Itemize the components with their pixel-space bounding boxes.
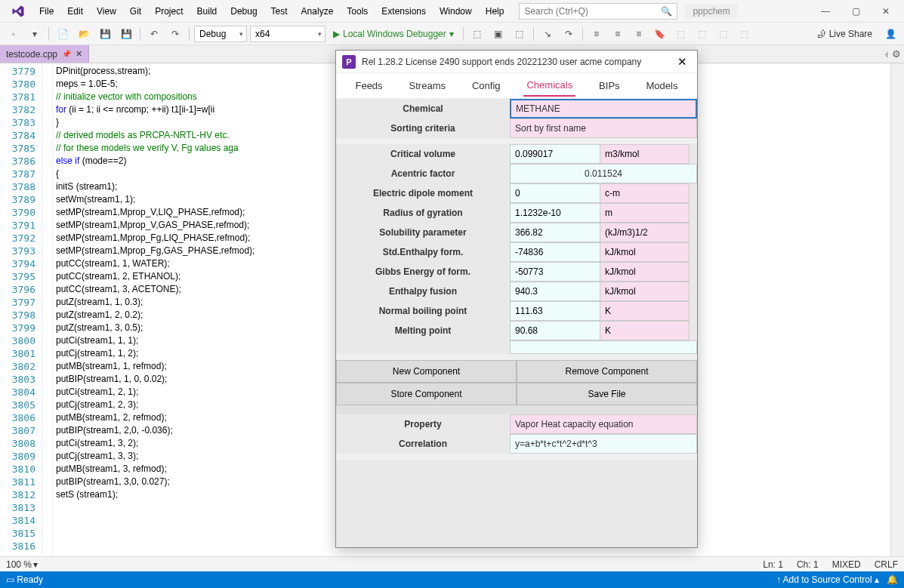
new-component-button[interactable]: New Component [336, 360, 517, 383]
pin-icon[interactable]: 📌 [62, 50, 71, 58]
caret-char: Ch: 1 [797, 559, 819, 570]
prop-value[interactable]: -74836 [510, 242, 600, 262]
toolbar-icon[interactable]: ▣ [489, 25, 508, 43]
outdent-icon[interactable]: ≡ [609, 25, 627, 43]
toolbar-icon[interactable]: ⬚ [714, 25, 733, 43]
prop-unit: kJ/kmol [600, 282, 690, 301]
prop-label: Electric dipole moment [336, 183, 510, 203]
prop-label: Melting point [336, 321, 510, 340]
prop-value[interactable]: 1.1232e-10 [510, 203, 600, 223]
save-all-icon[interactable]: 💾 [117, 25, 135, 43]
prop-unit: c-m [600, 183, 690, 203]
dialog-close-button[interactable]: ✕ [673, 55, 691, 69]
menu-analyze[interactable]: Analyze [295, 3, 340, 20]
vertical-scrollbar[interactable] [890, 63, 904, 556]
encoding-mode: MIXED [832, 559, 861, 570]
property-dropdown[interactable]: Vapor Heat capacity equation [510, 414, 697, 434]
menu-git[interactable]: Git [124, 3, 147, 20]
undo-icon[interactable]: ↶ [145, 25, 163, 43]
menu-debug[interactable]: Debug [224, 3, 263, 20]
dialog-titlebar[interactable]: P Rel 1.28.2 License 2490 support ends 2… [336, 51, 697, 73]
indent-icon[interactable]: ≡ [588, 25, 606, 43]
platform-dropdown[interactable]: x64 [250, 26, 326, 42]
correlation-label: Correlation [336, 434, 510, 454]
save-icon[interactable]: 💾 [96, 25, 114, 43]
global-search[interactable]: 🔍 [519, 3, 677, 20]
settings-icon[interactable]: ⚙ [892, 48, 901, 60]
prop-unit: m3/kmol [600, 144, 690, 164]
file-tab[interactable]: testcode.cpp 📌 ✕ [0, 45, 89, 63]
tab-label: testcode.cpp [6, 49, 57, 60]
search-input[interactable] [524, 6, 661, 17]
comment-icon[interactable]: ≡ [630, 25, 648, 43]
chemical-input[interactable]: METHANE [510, 99, 697, 119]
menu-view[interactable]: View [91, 3, 122, 20]
caret-line: Ln: 1 [763, 559, 783, 570]
prop-label: Acentric factor [336, 164, 510, 183]
maximize-button[interactable]: ▢ [841, 1, 871, 22]
rel-dialog: P Rel 1.28.2 License 2490 support ends 2… [335, 50, 698, 548]
prop-unit: K [600, 321, 690, 340]
start-debug-button[interactable]: ▶ Local Windows Debugger ▾ [329, 29, 458, 39]
menu-build[interactable]: Build [191, 3, 224, 20]
menu-edit[interactable]: Edit [61, 3, 89, 20]
toolbar-icon[interactable]: ⬚ [468, 25, 486, 43]
line-endings: CRLF [875, 559, 898, 570]
menu-project[interactable]: Project [149, 3, 189, 20]
toolbar-icon[interactable]: ⬚ [672, 25, 690, 43]
live-share-button[interactable]: ⮵ Live Share [811, 29, 878, 39]
prop-value[interactable]: 0.011524 [510, 164, 697, 183]
menu-file[interactable]: File [33, 3, 60, 20]
search-icon: 🔍 [661, 6, 672, 17]
close-tab-icon[interactable]: ✕ [76, 49, 82, 59]
store-component-button[interactable]: Store Component [336, 383, 517, 405]
prop-value[interactable]: 111.63 [510, 301, 600, 321]
notifications-icon[interactable]: 🔔 [887, 574, 898, 585]
menu-tools[interactable]: Tools [341, 3, 374, 20]
menu-test[interactable]: Test [265, 3, 294, 20]
zoom-level[interactable]: 100 % ▾ [6, 559, 38, 570]
rel-tab-bips[interactable]: BIPs [596, 75, 622, 96]
sort-dropdown[interactable]: Sort by first name [510, 119, 697, 138]
minimize-button[interactable]: ― [810, 1, 841, 22]
menu-extensions[interactable]: Extensions [375, 3, 432, 20]
rel-tab-models[interactable]: Models [643, 75, 681, 96]
account-icon[interactable]: 👤 [881, 25, 899, 43]
rel-tab-feeds[interactable]: Feeds [352, 75, 385, 96]
close-button[interactable]: ✕ [871, 1, 901, 22]
split-icon[interactable]: ⫞ [884, 48, 889, 60]
toolbar-icon[interactable]: ⬚ [736, 25, 754, 43]
step-into-icon[interactable]: ↘ [538, 25, 557, 43]
remove-component-button[interactable]: Remove Component [517, 360, 697, 383]
correlation-value[interactable]: y=a+b*t+c*t^2+d*t^3 [510, 434, 697, 454]
rel-tab-config[interactable]: Config [469, 75, 504, 96]
editor-status-bar: 100 % ▾ Ln: 1 Ch: 1 MIXED CRLF [0, 556, 904, 571]
rel-tab-chemicals[interactable]: Chemicals [523, 75, 575, 97]
prop-value[interactable]: 0 [510, 183, 600, 203]
prop-value[interactable]: 940.3 [510, 282, 600, 301]
prop-value[interactable]: -50773 [510, 262, 600, 282]
rel-tabs: FeedsStreamsConfigChemicalsBIPsModels [336, 73, 697, 99]
menu-help[interactable]: Help [480, 3, 511, 20]
prop-label: Std.Enthalpy form. [336, 242, 510, 262]
prop-unit: m [600, 203, 690, 223]
open-icon[interactable]: 📂 [75, 25, 93, 43]
step-over-icon[interactable]: ↷ [560, 25, 578, 43]
prop-value[interactable]: 366.82 [510, 223, 600, 242]
toolbar-icon[interactable]: ⬚ [693, 25, 711, 43]
new-project-icon[interactable]: 📄 [54, 25, 72, 43]
prop-value[interactable]: 90.68 [510, 321, 600, 340]
toolbar-icon[interactable]: ⬚ [511, 25, 529, 43]
menu-items: FileEditViewGitProjectBuildDebugTestAnal… [33, 3, 510, 20]
prop-value[interactable]: 0.099017 [510, 144, 600, 164]
rel-tab-streams[interactable]: Streams [406, 75, 449, 96]
add-source-control[interactable]: ↑ Add to Source Control ▴ [776, 574, 879, 585]
redo-icon[interactable]: ↷ [166, 25, 184, 43]
menu-window[interactable]: Window [433, 3, 478, 20]
bookmark-icon[interactable]: 🔖 [651, 25, 669, 43]
config-dropdown[interactable]: Debug [194, 26, 247, 42]
status-ready: ▭ Ready [6, 574, 43, 585]
nav-fwd-icon[interactable]: ▾ [26, 25, 44, 43]
save-file-button[interactable]: Save File [517, 383, 697, 405]
nav-back-icon[interactable]: ◦ [5, 25, 23, 43]
